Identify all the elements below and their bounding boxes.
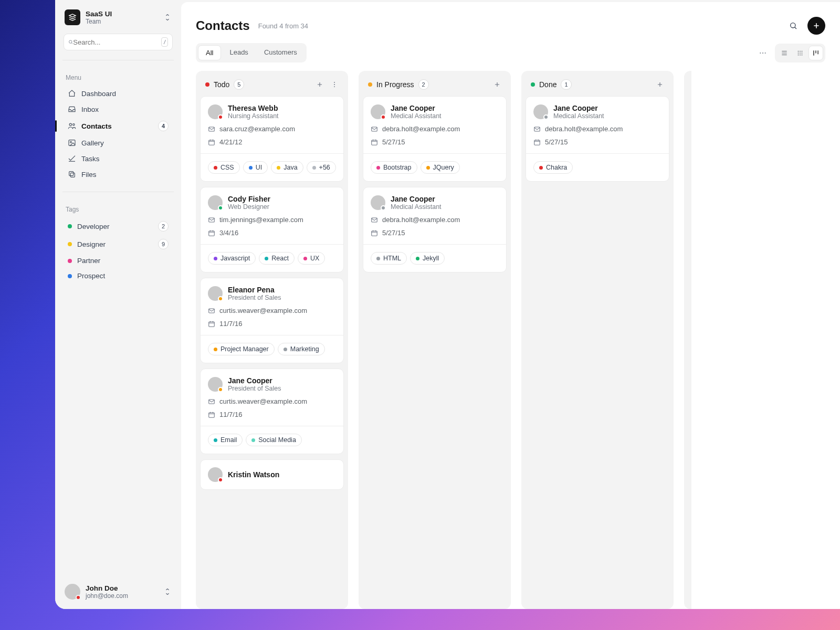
tag-chip[interactable]: Bootstrap [371,161,417,174]
contact-card[interactable]: Jane Cooper Medical Assistant debra.holt… [526,96,669,182]
workspace-team: Team [86,18,158,25]
column-add-button[interactable] [655,79,665,90]
contact-role: Web Designer [228,203,270,211]
view-grid-button[interactable] [793,46,807,60]
column-status-dot-icon [531,82,535,87]
tag-chip[interactable]: +56 [307,161,336,174]
sidebar-tag-developer[interactable]: Developer 2 [64,217,173,235]
add-contact-button[interactable] [807,17,825,35]
tag-chip[interactable]: Javascript [208,252,256,265]
sidebar-item-tasks[interactable]: Tasks [64,151,173,166]
contact-date: 11/7/16 [219,320,242,328]
sidebar-tag-count: 2 [158,221,169,232]
tag-chip-label: Jekyll [423,255,439,262]
svg-rect-28 [209,321,215,326]
tag-chip-label: Bootstrap [383,164,412,171]
contact-card[interactable]: Cody Fisher Web Designer tim.jennings@ex… [200,187,344,272]
contact-avatar [208,195,223,210]
column-add-button[interactable] [492,79,502,90]
tab-leads[interactable]: Leads [222,45,255,60]
plus-icon [494,81,501,88]
contact-avatar [208,467,223,482]
sidebar-item-contacts[interactable]: Contacts 4 [64,117,173,135]
tag-chip-label: Javascript [220,255,250,262]
mail-icon [208,398,215,405]
contact-status-dot [218,477,223,482]
contact-email: debra.holt@example.com [382,125,460,133]
mail-icon [208,216,215,224]
tag-chip[interactable]: Jekyll [410,252,445,265]
sidebar-item-files[interactable]: Files [64,166,173,182]
svg-point-12 [800,50,801,51]
tag-chip[interactable]: Marketing [278,343,325,355]
svg-point-2 [73,124,75,125]
menu-section-label: Menu [66,74,171,81]
contact-card[interactable]: Theresa Webb Nursing Assistant sara.cruz… [200,96,344,182]
user-status-dot [76,595,81,600]
contact-avatar [208,377,223,392]
tag-chip-label: +56 [319,164,330,171]
tag-chip[interactable]: Project Manager [208,343,275,355]
contact-card[interactable]: Eleanor Pena President of Sales curtis.w… [200,278,344,363]
sidebar-item-dashboard[interactable]: Dashboard [64,86,173,101]
contact-card[interactable]: Kristin Watson [200,459,344,490]
column-add-button[interactable] [314,79,325,90]
tag-chip[interactable]: HTML [371,252,407,265]
search-button[interactable] [784,17,802,35]
main: Contacts Found 4 from 34 AllLeadsCustome… [181,2,840,609]
dots-horizontal-icon [759,49,767,57]
contact-email-row: sara.cruz@example.com [208,125,336,133]
view-kanban-button[interactable] [808,46,823,60]
sidebar-tag-partner[interactable]: Partner [64,253,173,268]
contact-date: 5/27/15 [545,138,568,146]
sidebar-item-inbox[interactable]: Inbox [64,101,173,117]
app-shell: SaaS UI Team / Menu Dashboard Inbox Cont… [55,0,840,609]
search-icon [789,22,797,30]
contact-email-row: curtis.weaver@example.com [208,397,336,405]
view-list-button[interactable] [777,46,792,60]
contact-date-row: 5/27/15 [533,138,662,146]
more-options-button[interactable] [755,45,771,61]
tag-chip[interactable]: CSS [208,161,240,174]
tag-chip-label: JQuery [433,164,454,171]
tab-all[interactable]: All [198,45,221,60]
svg-point-18 [800,54,801,55]
contact-card[interactable]: Jane Cooper President of Sales curtis.we… [200,369,344,454]
svg-rect-5 [70,173,75,177]
svg-rect-6 [69,172,74,176]
search-input[interactable] [73,38,161,46]
contact-date: 11/7/16 [219,411,242,418]
dots-vertical-icon [331,81,338,88]
tag-chip[interactable]: UI [243,161,268,174]
sidebar-item-gallery[interactable]: Gallery [64,135,173,151]
sidebar-tag-prospect[interactable]: Prospect [64,268,173,284]
contact-avatar [533,104,548,119]
chevron-down-icon [163,13,172,22]
tag-dot-icon [312,166,316,170]
svg-point-13 [802,50,803,51]
tag-dot-icon [251,438,255,442]
sidebar-tag-designer[interactable]: Designer 9 [64,235,173,253]
tag-chip[interactable]: Chakra [533,161,573,174]
tag-chip[interactable]: Social Media [246,434,302,446]
tag-chip[interactable]: Java [271,161,303,174]
contact-card[interactable]: Jane Cooper Medical Assistant debra.holt… [363,187,507,272]
tab-customers[interactable]: Customers [257,45,304,60]
workspace-switcher[interactable]: SaaS UI Team [64,7,173,27]
tag-dot-icon [277,166,280,170]
calendar-icon [533,139,541,146]
sidebar-item-label: Contacts [81,122,153,130]
tag-chip[interactable]: Email [208,434,243,446]
tag-chip[interactable]: React [259,252,295,265]
tag-chip[interactable]: JQuery [421,161,460,174]
contact-card[interactable]: Jane Cooper Medical Assistant debra.holt… [363,96,507,182]
page-subtitle: Found 4 from 34 [258,22,308,30]
workspace-logo-icon [65,9,80,25]
tag-chip[interactable]: UX [298,252,325,265]
user-switcher[interactable]: John Doe john@doe.com [64,582,173,602]
svg-rect-34 [372,230,377,235]
tag-dot-icon [416,257,419,260]
contact-status-dot [381,114,386,120]
column-menu-button[interactable] [329,79,340,90]
tag-dot-icon [68,259,72,263]
